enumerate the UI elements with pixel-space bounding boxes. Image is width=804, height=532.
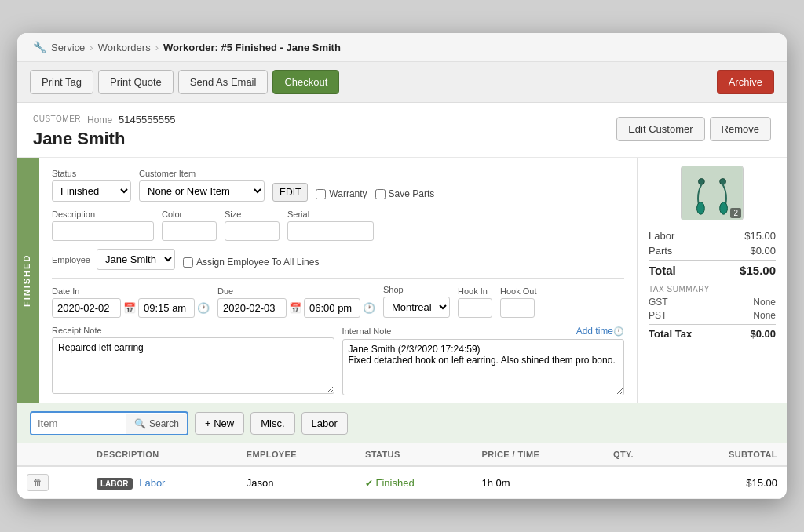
- due-input[interactable]: [217, 298, 287, 318]
- receipt-note-textarea[interactable]: Repaired left earring: [52, 337, 334, 394]
- clock-due-icon: 🕐: [363, 302, 375, 314]
- calendar-due-icon[interactable]: 📅: [289, 302, 302, 314]
- gst-label: GST: [649, 297, 668, 308]
- add-time-link[interactable]: Add time🕐: [576, 326, 624, 337]
- hook-in-label: Hook In: [458, 286, 492, 296]
- form-row-status: Status Finished In Progress Pending Cust…: [52, 169, 624, 202]
- due-group: Due 📅 🕐: [217, 286, 375, 318]
- customer-section: CUSTOMER Home 5145555555 Jane Smith Edit…: [17, 103, 787, 158]
- receipt-note-label: Receipt Note: [52, 326, 334, 335]
- time-in-input[interactable]: [138, 298, 195, 318]
- breadcrumb-workorders[interactable]: Workorders: [98, 42, 151, 53]
- misc-button[interactable]: Misc.: [250, 412, 294, 435]
- clock-icon: 🕐: [613, 326, 624, 336]
- item-search-input[interactable]: [31, 413, 126, 434]
- shop-label: Shop: [383, 285, 450, 294]
- parts-value: $0.00: [750, 245, 776, 257]
- table-body: 🗑 LABOR Labor Jason ✔ Finished 1h 0m: [17, 466, 787, 499]
- workorder-body: FINISHED Status Finished In Progress Pen…: [17, 158, 787, 403]
- serial-label: Serial: [287, 210, 374, 219]
- print-tag-button[interactable]: Print Tag: [30, 70, 93, 94]
- serial-input[interactable]: [287, 221, 374, 241]
- form-row-dates: Date In 📅 🕐 Due 📅 🕐: [52, 285, 624, 318]
- customer-name: Jane Smith: [33, 129, 175, 149]
- assign-all-checkbox[interactable]: [183, 257, 193, 268]
- remove-customer-button[interactable]: Remove: [710, 117, 771, 141]
- labor-description-link[interactable]: Labor: [139, 477, 165, 489]
- size-label: Size: [225, 210, 280, 219]
- serial-group: Serial: [287, 210, 374, 241]
- row-price-cell: 1h 0m: [472, 466, 604, 499]
- new-item-button[interactable]: + New: [195, 412, 244, 435]
- total-tax-value: $0.00: [750, 328, 776, 340]
- breadcrumb-bar: 🔧 Service › Workorders › Workorder: #5 F…: [17, 33, 787, 62]
- svg-point-1: [699, 179, 705, 185]
- print-quote-button[interactable]: Print Quote: [98, 70, 174, 94]
- main-window: 🔧 Service › Workorders › Workorder: #5 F…: [17, 33, 787, 499]
- status-check-icon: ✔: [365, 478, 373, 489]
- customer-item-label: Customer Item: [139, 169, 265, 178]
- total-pricing-row: Total $15.00: [649, 260, 776, 277]
- save-parts-label: Save Parts: [389, 188, 435, 199]
- size-input[interactable]: [225, 221, 280, 241]
- internal-note-label: Internal Note: [342, 326, 392, 336]
- description-input[interactable]: [52, 221, 154, 241]
- search-button[interactable]: 🔍 Search: [126, 414, 187, 434]
- svg-point-3: [720, 179, 726, 185]
- col-employee: EMPLOYEE: [237, 443, 356, 466]
- customer-section-label: CUSTOMER: [33, 115, 81, 123]
- shop-select[interactable]: Montreal: [383, 297, 450, 318]
- parts-label: Parts: [649, 245, 672, 257]
- customer-phone: 5145555555: [119, 114, 175, 126]
- delete-row-button[interactable]: 🗑: [27, 474, 49, 491]
- send-as-email-button[interactable]: Send As Email: [178, 70, 269, 94]
- parts-pricing-row: Parts $0.00: [649, 245, 776, 257]
- workorder-form: Status Finished In Progress Pending Cust…: [39, 158, 638, 403]
- breadcrumb-service[interactable]: Service: [51, 42, 85, 53]
- time-due-input[interactable]: [304, 298, 360, 318]
- customer-item-group: Customer Item None or New Item: [139, 169, 265, 202]
- gst-value: None: [753, 297, 776, 308]
- wrench-icon: 🔧: [33, 41, 46, 53]
- clock-in-icon: 🕐: [197, 302, 210, 314]
- hook-in-group: Hook In: [458, 286, 492, 318]
- row-description-cell: LABOR Labor: [87, 466, 237, 499]
- total-value: $15.00: [740, 264, 776, 277]
- search-icon: 🔍: [134, 418, 146, 429]
- save-parts-checkbox[interactable]: [375, 189, 386, 199]
- col-delete: [17, 443, 87, 466]
- status-select[interactable]: Finished In Progress Pending: [52, 180, 131, 202]
- svg-point-2: [697, 202, 705, 215]
- labor-button[interactable]: Labor: [302, 412, 348, 435]
- hook-in-input[interactable]: [458, 298, 492, 318]
- status-group: Status Finished In Progress Pending: [52, 169, 131, 202]
- edit-customer-button[interactable]: Edit Customer: [616, 117, 704, 141]
- pst-label: PST: [649, 310, 667, 321]
- svg-point-4: [720, 202, 728, 215]
- row-qty-cell: [604, 466, 671, 499]
- date-in-input[interactable]: [52, 298, 121, 318]
- row-employee-cell: Jason: [237, 466, 356, 499]
- pst-row: PST None: [649, 310, 776, 321]
- hook-out-label: Hook Out: [500, 286, 536, 296]
- labor-badge: LABOR: [97, 478, 133, 490]
- gst-row: GST None: [649, 297, 776, 308]
- color-label: Color: [162, 210, 217, 219]
- calendar-in-icon[interactable]: 📅: [123, 302, 136, 314]
- customer-item-select[interactable]: None or New Item: [139, 180, 265, 202]
- color-input[interactable]: [162, 221, 217, 241]
- row-status-value: Finished: [376, 477, 415, 489]
- toolbar: Print Tag Print Quote Send As Email Chec…: [17, 62, 787, 103]
- internal-note-textarea[interactable]: Jane Smith (2/3/2020 17:24:59) Fixed det…: [342, 339, 625, 395]
- checkout-button[interactable]: Checkout: [272, 70, 339, 94]
- archive-button[interactable]: Archive: [717, 70, 774, 94]
- row-employee-value: Jason: [247, 477, 274, 489]
- item-edit-button[interactable]: EDIT: [272, 183, 308, 202]
- form-row-employee: Employee Jane Smith Jason Assign Employe…: [52, 249, 624, 270]
- labor-value: $15.00: [744, 230, 776, 242]
- customer-info: CUSTOMER Home 5145555555 Jane Smith: [33, 114, 175, 149]
- employee-select[interactable]: Jane Smith Jason: [97, 249, 175, 270]
- hook-out-input[interactable]: [500, 298, 535, 318]
- hook-out-group: Hook Out: [500, 286, 536, 318]
- warranty-checkbox[interactable]: [316, 189, 326, 199]
